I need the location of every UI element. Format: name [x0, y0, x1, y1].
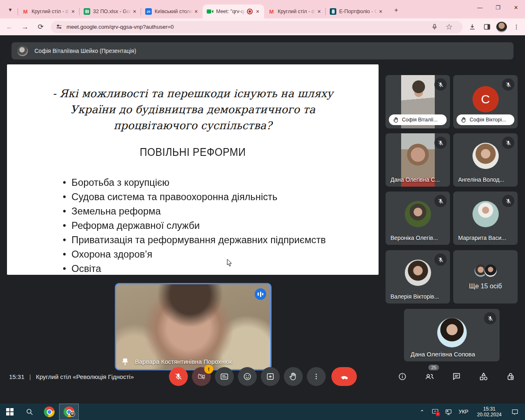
window-maximize-button[interactable]: ❐ — [489, 0, 507, 15]
taskbar-chrome-button[interactable] — [39, 404, 59, 420]
slide-bullet: Судова система та правоохоронна діяльніс… — [63, 189, 369, 204]
call-controls: ! — [169, 367, 357, 386]
participant-tile[interactable]: Валерія Вікторів... — [386, 250, 450, 304]
raise-hand-button[interactable] — [284, 367, 303, 386]
end-call-button[interactable] — [331, 367, 357, 386]
voice-search-icon[interactable] — [428, 21, 441, 33]
new-tab-button[interactable]: + — [390, 5, 402, 16]
camera-alert-badge: ! — [204, 365, 213, 374]
tab-close-icon[interactable]: ✕ — [377, 8, 384, 15]
calendar-icon: 20 — [145, 8, 152, 15]
tab-close-icon[interactable]: ✕ — [316, 8, 322, 15]
activities-button[interactable] — [475, 368, 492, 385]
more-options-button[interactable] — [307, 367, 326, 386]
chat-panel-button[interactable] — [448, 368, 465, 385]
mic-off-icon — [434, 137, 447, 149]
tab-gmail-1[interactable]: M Круглий стіл - d.so ✕ — [18, 5, 80, 18]
slide-bullet: Приватизація та реформування державних п… — [63, 233, 369, 247]
bookmark-star-icon[interactable]: ☆ — [443, 21, 455, 33]
window-minimize-button[interactable]: — — [471, 0, 489, 15]
action-center-icon[interactable] — [508, 404, 522, 420]
tray-display-icon[interactable]: ! — [430, 404, 441, 420]
window-close-button[interactable]: ✕ — [507, 0, 525, 15]
recording-indicator-icon — [247, 9, 253, 14]
start-button[interactable] — [0, 404, 20, 420]
tray-expand-chevron[interactable]: ⌃ — [417, 404, 427, 420]
back-button[interactable]: ← — [3, 21, 16, 33]
mouse-cursor — [227, 259, 232, 267]
present-screen-button[interactable] — [261, 367, 280, 386]
tab-close-icon[interactable]: ✕ — [254, 8, 261, 15]
people-panel-button[interactable]: 25 — [421, 368, 438, 385]
taskbar-chrome-active-window[interactable] — [59, 404, 79, 420]
side-panel-icon[interactable] — [481, 21, 493, 33]
taskbar-clock[interactable]: 15:31 20.02.2024 — [473, 406, 505, 418]
clock-time: 15:31 — [9, 373, 25, 380]
profile-avatar[interactable] — [495, 21, 508, 33]
tab-label: Е-Портфоліо - Со — [339, 9, 377, 14]
meeting-title: Круглий стіл «Революція Гідності» — [36, 373, 134, 380]
slide-bullet: Земельна реформа — [63, 204, 369, 218]
host-controls-button[interactable] — [502, 368, 519, 385]
taskbar-search-button[interactable] — [20, 404, 39, 420]
tab-label: Київський столич — [155, 9, 193, 14]
participant-name: Валерія Вікторів... — [390, 293, 439, 300]
participant-tile[interactable]: Вероніка Олегів... — [386, 192, 450, 245]
mic-off-icon — [434, 78, 447, 91]
notification-badge: ! — [436, 412, 440, 416]
participant-tile[interactable]: Маргарита Васи... — [453, 192, 518, 245]
tab-gmail-2[interactable]: M Круглий стіл - d.so ✕ — [264, 5, 326, 18]
tab-meet-active[interactable]: Meet: "qrv-qgs ✕ — [203, 5, 264, 18]
participant-tile[interactable]: Ангеліна Волод... — [453, 133, 518, 187]
mic-off-icon — [434, 195, 447, 207]
address-bar[interactable]: meet.google.com/qrv-qgsa-vnp?authuser=0 … — [51, 21, 463, 33]
tab-label: Круглий стіл - d.so — [278, 9, 316, 14]
windows-taskbar: ⌃ ! УКР 15:31 20.02.2024 — [0, 404, 525, 420]
mic-toggle-button[interactable] — [169, 367, 188, 386]
participant-name: Ангеліна Волод... — [458, 176, 504, 183]
captions-button[interactable] — [215, 367, 234, 386]
sheets-icon — [84, 8, 90, 15]
reload-button[interactable]: ⟳ — [34, 21, 47, 33]
mic-off-icon — [484, 312, 496, 324]
participant-name-pill: Софія Віталії... — [389, 114, 447, 125]
tab-close-icon[interactable]: ✕ — [131, 8, 138, 15]
tab-close-icon[interactable]: ✕ — [193, 8, 199, 15]
slide-title: - Які можливості та перешкоди існують на… — [32, 86, 354, 134]
mic-off-icon — [434, 253, 447, 266]
slide-heading: ПОВІЛЬНІ РЕФОРМИ — [22, 146, 364, 159]
tab-portfolio[interactable]: Е-Портфоліо - Со ✕ — [326, 5, 387, 18]
participant-tile[interactable]: Софія Віталії... — [386, 75, 450, 128]
forward-button[interactable]: → — [19, 21, 31, 33]
tab-close-icon[interactable]: ✕ — [70, 8, 76, 15]
tab-sheets[interactable]: 32 ПО.xlsx - Goog ✕ — [80, 5, 141, 18]
mic-off-icon — [502, 195, 514, 207]
mic-off-icon — [502, 137, 514, 149]
gmail-icon: M — [268, 8, 275, 15]
overflow-participants-tile[interactable]: Ще 15 осіб — [453, 250, 518, 304]
meeting-details-button[interactable] — [394, 368, 411, 385]
speaker-video-tile[interactable]: Варвара Костянтинівна Порохнюк — [115, 283, 272, 370]
participant-tile[interactable]: Дана Олегівна С... — [386, 133, 450, 187]
site-info-icon[interactable] — [56, 24, 62, 30]
audio-level-indicator-icon — [255, 288, 266, 300]
chrome-icon — [44, 406, 55, 417]
tab-label: 32 ПО.xlsx - Goog — [93, 9, 131, 14]
tab-search-chevron-icon[interactable]: ▼ — [5, 5, 16, 15]
meet-icon — [207, 8, 213, 15]
downloads-icon[interactable] — [466, 21, 478, 33]
language-indicator[interactable]: УКР — [456, 404, 471, 420]
participant-tile-wide[interactable]: Дана Олегівна Сопова — [404, 309, 500, 361]
participant-tile[interactable]: С Софія Вікторі... — [453, 75, 518, 128]
camera-toggle-button[interactable]: ! — [192, 367, 211, 386]
system-tray: ⌃ ! УКР 15:31 20.02.2024 — [417, 404, 525, 420]
tray-network-icon[interactable] — [443, 404, 454, 420]
portfolio-icon — [330, 8, 336, 15]
browser-toolbar: ← → ⟳ meet.google.com/qrv-qgsa-vnp?authu… — [0, 18, 525, 35]
tab-calendar[interactable]: 20 Київський столич ✕ — [141, 5, 203, 18]
reactions-button[interactable] — [238, 367, 257, 386]
browser-menu-icon[interactable] — [510, 21, 523, 33]
url-text[interactable]: meet.google.com/qrv-qgsa-vnp?authuser=0 — [66, 24, 174, 30]
tab-label: Meet: "qrv-qgs — [216, 9, 245, 14]
participant-name: Софія Віталії... — [402, 117, 438, 123]
